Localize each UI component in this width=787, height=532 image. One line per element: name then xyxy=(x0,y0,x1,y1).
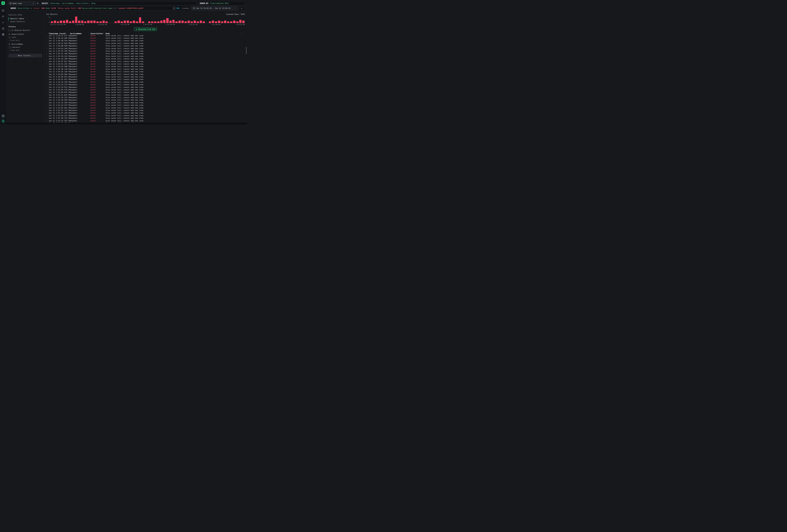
histogram-bar[interactable] xyxy=(185,21,187,23)
histogram-bar[interactable] xyxy=(157,21,159,23)
table-row[interactable]: ›Jun 11 1:51:43.121 PMpaymenterrorVisa c… xyxy=(46,114,245,117)
histogram-bar[interactable] xyxy=(124,21,126,23)
table-row[interactable]: ›Jun 11 1:54:40.218 PMpaymenterrorVisa c… xyxy=(46,68,245,70)
row-expand-icon[interactable]: › xyxy=(46,107,49,109)
table-row[interactable]: ›Jun 11 1:55:39.324 PMpaymenterrorVisa c… xyxy=(46,55,245,58)
column-header[interactable]: Body⋮ xyxy=(106,33,243,35)
table-row[interactable]: ›Jun 11 1:56:32.843 PMpaymenterrorVisa c… xyxy=(46,42,245,45)
histogram-bar[interactable] xyxy=(121,21,123,23)
row-expand-icon[interactable]: › xyxy=(46,58,49,60)
histogram-bar[interactable] xyxy=(154,21,156,23)
run-query-button[interactable]: ▷ xyxy=(239,6,245,10)
histogram-bar[interactable] xyxy=(236,21,238,23)
column-header[interactable]: SeverityText⋮ xyxy=(90,33,106,35)
mode-results-table[interactable]: Results Table xyxy=(8,17,42,20)
row-expand-icon[interactable]: › xyxy=(46,91,49,93)
histogram-bar[interactable] xyxy=(178,21,181,23)
select-query-input[interactable]: SELECTTimestamp, ServiceName, SeverityTe… xyxy=(40,1,196,5)
row-expand-icon[interactable]: › xyxy=(46,81,49,83)
histogram-bar[interactable] xyxy=(209,21,211,23)
row-expand-icon[interactable]: › xyxy=(46,60,49,62)
facet-servicename-header[interactable]: ServiceName xyxy=(8,43,42,45)
histogram-bar[interactable] xyxy=(200,21,202,23)
histogram-bar[interactable] xyxy=(84,21,86,23)
load-more-severitytext[interactable]: ⌄ Load more xyxy=(9,39,42,41)
row-expand-icon[interactable]: › xyxy=(46,104,49,106)
histogram-bar[interactable] xyxy=(151,21,153,23)
table-row[interactable]: ›Jun 11 1:53:26.250 PMpaymenterrorVisa c… xyxy=(46,81,245,83)
facet-option-checkbox[interactable] xyxy=(9,37,11,38)
row-expand-icon[interactable]: › xyxy=(46,50,49,52)
row-expand-icon[interactable]: › xyxy=(46,79,49,81)
table-row[interactable]: ›Jun 11 1:55:51.448 PMpaymenterrorVisa c… xyxy=(46,52,245,55)
row-expand-icon[interactable]: › xyxy=(46,94,49,96)
help-button[interactable]: ? xyxy=(1,114,5,118)
table-row[interactable]: ›Jun 11 1:52:19.473 PMpaymenterrorVisa c… xyxy=(46,104,245,107)
table-row[interactable]: ›Jun 11 1:51:47.229 PMpaymenterrorVisa c… xyxy=(46,112,245,114)
histogram-bar[interactable] xyxy=(242,21,244,23)
table-row[interactable]: ›Jun 11 1:55:59.760 PMpaymenterrorVisa c… xyxy=(46,50,245,52)
histogram-bar[interactable] xyxy=(54,21,56,23)
row-expand-icon[interactable]: › xyxy=(46,42,49,44)
histogram-bar[interactable] xyxy=(230,21,232,23)
denoise-results-checkbox-row[interactable]: Denoise Results xyxy=(8,29,42,31)
histogram-bar[interactable] xyxy=(127,21,129,23)
resume-live-tail-button[interactable]: Resume Live Tail xyxy=(134,27,157,31)
row-expand-icon[interactable]: › xyxy=(46,63,49,65)
table-row[interactable]: ›Jun 11 1:53:41.873 PMpaymenterrorVisa c… xyxy=(46,78,245,81)
row-expand-icon[interactable]: › xyxy=(46,117,49,119)
dashboard-icon[interactable] xyxy=(1,32,5,37)
histogram-bar[interactable] xyxy=(60,21,62,23)
table-row[interactable]: ›Jun 11 1:52:35.232 PMpaymenterrorVisa c… xyxy=(46,96,245,99)
column-menu-icon[interactable]: ⋮ xyxy=(240,33,242,35)
row-expand-icon[interactable]: › xyxy=(46,86,49,88)
table-row[interactable]: ›Jun 11 1:55:16.296 PMpaymenterrorVisa c… xyxy=(46,58,245,60)
histogram-bar[interactable] xyxy=(139,17,141,23)
sidebar-toggle-icon[interactable] xyxy=(1,8,5,13)
table-row[interactable]: ›Jun 11 1:53:05.578 PMpaymenterrorVisa c… xyxy=(46,88,245,91)
histogram-bar[interactable] xyxy=(142,21,144,23)
histogram-bar[interactable] xyxy=(175,21,177,23)
histogram-bar[interactable] xyxy=(81,21,83,23)
table-menu-icon[interactable]: ⋮ xyxy=(243,33,245,35)
row-expand-icon[interactable]: › xyxy=(46,71,49,73)
source-selector[interactable]: Demo Logs xyxy=(8,1,36,5)
row-expand-icon[interactable]: › xyxy=(46,109,49,111)
row-expand-icon[interactable]: › xyxy=(46,47,49,49)
histogram-bar[interactable] xyxy=(103,21,105,23)
lucene-mode-button[interactable]: Lucene xyxy=(183,7,189,9)
histogram-bar[interactable] xyxy=(166,18,168,23)
histogram-bar[interactable] xyxy=(188,21,190,23)
row-expand-icon[interactable]: › xyxy=(46,120,49,122)
histogram-bar[interactable] xyxy=(118,21,120,23)
table-row[interactable]: ›Jun 11 1:52:30.469 PMpaymenterrorVisa c… xyxy=(46,99,245,101)
histogram-bar[interactable] xyxy=(227,21,229,23)
table-row[interactable]: ›Jun 11 1:53:00.676 PMpaymenterrorVisa c… xyxy=(46,91,245,94)
row-expand-icon[interactable]: › xyxy=(46,68,49,70)
settings-gear-icon[interactable]: ⚙ xyxy=(37,2,38,4)
table-row[interactable]: ›Jun 11 1:51:39.115 PMpaymenterrorVisa c… xyxy=(46,117,245,120)
histogram-bar[interactable] xyxy=(130,21,132,23)
denoise-checkbox[interactable] xyxy=(8,29,10,31)
row-expand-icon[interactable]: › xyxy=(46,55,49,57)
laptop-icon[interactable] xyxy=(1,26,5,31)
column-menu-icon[interactable]: ⋮ xyxy=(103,33,105,35)
table-row[interactable]: ›Jun 11 1:54:09.906 PMpaymenterrorVisa c… xyxy=(46,73,245,76)
histogram-bar[interactable] xyxy=(105,21,108,23)
time-range-picker[interactable]: Jun 11 13:41:52 - Jun 11 13:56:52 xyxy=(191,6,237,10)
row-expand-icon[interactable]: › xyxy=(46,40,49,42)
column-menu-icon[interactable]: ⋮ xyxy=(88,33,89,35)
histogram-bar[interactable] xyxy=(96,21,99,23)
histogram-bar[interactable] xyxy=(75,17,77,23)
table-row[interactable]: ›Jun 11 1:51:57.712 PMpaymenterrorVisa c… xyxy=(46,109,245,112)
table-row[interactable]: ›Jun 11 1:52:25.630 PMpaymenterrorVisa c… xyxy=(46,101,245,104)
histogram-bar[interactable] xyxy=(87,21,89,23)
column-menu-icon[interactable]: ⋮ xyxy=(67,33,69,35)
more-filters-button[interactable]: More filters ⌄ xyxy=(8,54,42,58)
table-row[interactable]: ›Jun 11 1:56:08.948 PMpaymenterrorVisa c… xyxy=(46,45,245,47)
histogram-bar[interactable] xyxy=(221,21,223,23)
histogram-bar[interactable] xyxy=(148,21,150,23)
histogram-bar[interactable] xyxy=(203,21,205,23)
histogram-bar[interactable] xyxy=(212,21,214,23)
histogram-bar[interactable] xyxy=(90,21,92,23)
